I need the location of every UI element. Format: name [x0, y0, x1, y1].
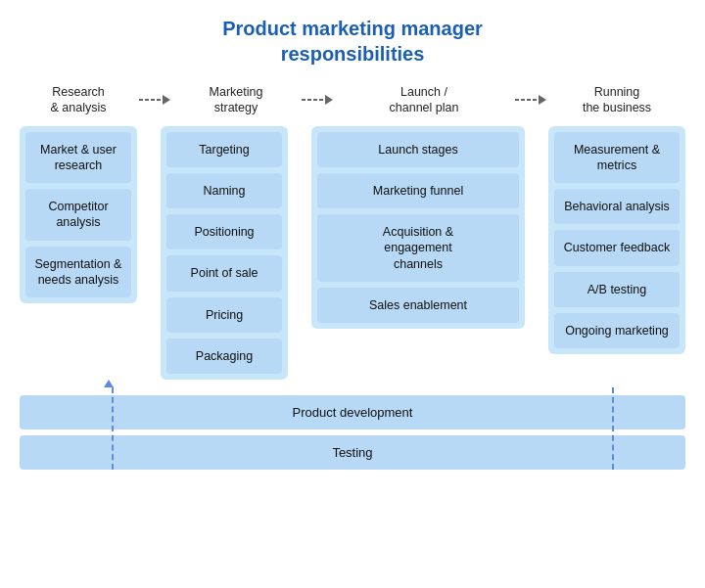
bottom-container: Product development Testing [20, 387, 685, 470]
card-acquisition: Acquisition &engagementchannels [317, 214, 519, 282]
dash [302, 99, 306, 101]
arrow-3 [513, 95, 548, 105]
col-launch: Launch stages Marketing funnel Acquisiti… [311, 126, 525, 330]
dash [515, 99, 519, 101]
card-naming: Naming [166, 173, 282, 208]
up-arrow-head [104, 380, 114, 387]
dash [151, 99, 155, 101]
dash [145, 99, 149, 101]
card-behavioral: Behavioral analysis [554, 189, 680, 224]
phase-header-running: Running the business [548, 84, 685, 116]
diagram-area: Research & analysis Marketing strategy L… [20, 84, 685, 470]
phases-header-row: Research & analysis Marketing strategy L… [20, 84, 685, 116]
card-measurement: Measurement &metrics [554, 132, 680, 184]
dash [157, 99, 161, 101]
card-testing: Testing [20, 435, 685, 470]
card-competitor-analysis: Competitoranalysis [25, 189, 131, 241]
dash [533, 99, 537, 101]
col-marketing: Targeting Naming Positioning Point of sa… [161, 126, 288, 381]
card-product-development: Product development [20, 395, 685, 430]
card-packaging: Packaging [166, 339, 282, 374]
dash [313, 99, 317, 101]
dash [521, 99, 525, 101]
arrow-1 [137, 95, 172, 105]
arrow-2 [300, 95, 335, 105]
card-ab-testing: A/B testing [554, 272, 680, 307]
card-sales-enablement: Sales enablement [317, 288, 519, 323]
card-ongoing-marketing: Ongoing marketing [554, 313, 680, 348]
up-arrow [104, 380, 114, 387]
card-segmentation: Segmentation &needs analysis [25, 247, 131, 298]
card-launch-stages: Launch stages [317, 132, 519, 167]
phase-header-marketing: Marketing strategy [172, 84, 300, 116]
card-customer-feedback: Customer feedback [554, 230, 680, 265]
dash [307, 99, 311, 101]
page-title: Product marketing managerresponsibilitie… [20, 16, 685, 67]
card-positioning: Positioning [166, 214, 282, 249]
arrow-head [325, 95, 333, 105]
card-marketing-funnel: Marketing funnel [317, 173, 519, 208]
card-targeting: Targeting [166, 132, 282, 167]
card-pricing: Pricing [166, 297, 282, 333]
page: Product marketing managerresponsibilitie… [0, 0, 705, 588]
dashed-line-left [112, 387, 114, 470]
card-point-of-sale: Point of sale [166, 255, 282, 291]
card-market-user-research: Market & userresearch [25, 132, 131, 184]
dash [527, 99, 531, 101]
dash [319, 99, 323, 101]
col-research: Market & userresearch Competitoranalysis… [20, 126, 137, 304]
arrow-head [163, 95, 170, 105]
dash [139, 99, 143, 101]
phase-header-launch: Launch / channel plan [335, 84, 513, 116]
columns-wrapper: Market & userresearch Competitoranalysis… [20, 126, 685, 381]
col-running: Measurement &metrics Behavioral analysis… [548, 126, 685, 355]
phase-header-research: Research & analysis [20, 84, 137, 116]
arrow-head [539, 95, 546, 105]
bottom-rows: Product development Testing [20, 387, 685, 470]
dashed-line-right [612, 387, 614, 470]
